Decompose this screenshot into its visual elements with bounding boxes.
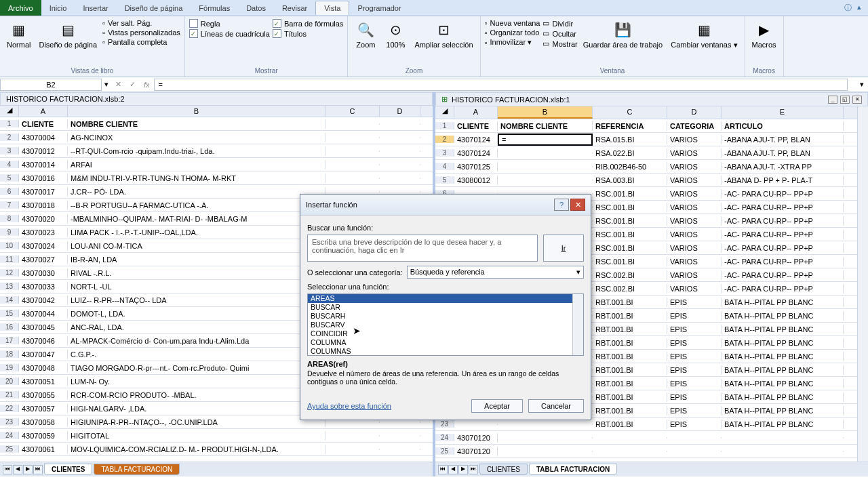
col-header-d[interactable]: D <box>380 106 420 117</box>
select-all-corner[interactable]: ◢ <box>0 106 19 117</box>
new-window-button[interactable]: ▫Nueva ventana <box>485 19 540 27</box>
switch-windows-button[interactable]: ▦Cambiar ventanas ▾ <box>668 18 740 51</box>
page-break-button[interactable]: ▫Ver salt. Pág. <box>102 19 180 27</box>
function-item[interactable]: COLUMNAS <box>308 347 583 356</box>
zoom-100-button[interactable]: ⊙100% <box>382 18 409 50</box>
select-all-corner-2[interactable]: ◢ <box>435 106 454 119</box>
sheet-tab-clientes[interactable]: CLIENTES <box>44 464 92 475</box>
table-row[interactable]: 243070124=RSA.015.BIVARIOS-ABANA AJU-T. … <box>435 133 857 146</box>
sheet-tab-clientes-2[interactable]: CLIENTES <box>479 464 528 475</box>
function-item[interactable]: AREAS <box>308 294 583 303</box>
normal-view-button[interactable]: ▦Normal <box>4 18 33 50</box>
category-label: O seleccionar una categoría: <box>307 268 403 277</box>
pane-minimize-button[interactable]: _ <box>828 96 837 104</box>
save-workspace-button[interactable]: 💾Guardar área de trabajo <box>580 18 665 50</box>
col-header-b2[interactable]: B <box>498 106 593 119</box>
name-box[interactable]: B2 <box>0 79 102 91</box>
vertical-scrollbar[interactable] <box>857 106 868 462</box>
table-row[interactable]: 343070012--RT-QUI-Com-rcio -quipam.Indu-… <box>0 144 433 158</box>
unhide-button[interactable]: ▭Mostrar <box>542 39 577 48</box>
function-item[interactable]: COLUMNA <box>308 338 583 347</box>
sheet-nav-last[interactable]: ⏭ <box>33 465 43 474</box>
table-row[interactable]: 543070016M&M INDU-TRI-V-RTR-TUNG-N THOMA… <box>0 171 433 185</box>
sheet-nav-last-2[interactable]: ⏭ <box>469 465 478 474</box>
sheet-tab-facturacion-2[interactable]: TABLA FACTURACION <box>529 464 617 475</box>
ok-button[interactable]: Aceptar <box>471 399 523 413</box>
formula-input[interactable]: = <box>154 79 848 91</box>
cancel-formula-icon[interactable]: ✕ <box>111 80 125 89</box>
fullscreen-button[interactable]: ▫Pantalla completa <box>102 38 180 46</box>
pane-restore-button[interactable]: ◱ <box>840 96 850 104</box>
col-header-a2[interactable]: A <box>454 106 498 119</box>
table-row[interactable]: 2543070061MOV-LQUIMICA-COM-RCIALIZ.D- M.… <box>0 443 433 456</box>
zoom-button[interactable]: 🔍Zoom <box>352 18 379 50</box>
table-row[interactable]: 543080012RSA.003.BIVARIOS-ABANA D- PP + … <box>435 174 857 187</box>
tab-file[interactable]: Archivo <box>0 0 41 16</box>
function-help-link[interactable]: Ayuda sobre esta función <box>307 402 391 410</box>
split-button[interactable]: ▭Dividir <box>542 19 577 28</box>
sheet-nav-next-2[interactable]: ▶ <box>458 465 468 474</box>
hide-button[interactable]: ▭Ocultar <box>542 29 577 38</box>
sheet-nav-first[interactable]: ⏮ <box>3 465 12 474</box>
tab-insertar[interactable]: Insertar <box>75 1 116 15</box>
help-icon[interactable]: ⓘ <box>844 3 852 13</box>
table-row[interactable]: 243070004AG-NCINOX <box>0 131 433 144</box>
function-list-scrollbar[interactable] <box>572 294 583 355</box>
macros-button[interactable]: ▶Macros <box>749 18 779 50</box>
group-zoom-label: Zoom <box>352 66 475 75</box>
col-header-d2[interactable]: D <box>667 106 722 119</box>
col-header-e2[interactable]: E <box>722 106 844 119</box>
col-header-c[interactable]: C <box>326 106 380 117</box>
gridlines-checkbox[interactable]: ✓ <box>189 29 198 38</box>
insert-function-icon[interactable]: fx <box>140 81 154 89</box>
tab-datos[interactable]: Datos <box>238 1 274 15</box>
table-row[interactable]: 443070125RIB.002B46-50VARIOS-ABANA AJU-T… <box>435 160 857 174</box>
go-button[interactable]: Ir <box>543 235 584 262</box>
function-item[interactable]: BUSCARH <box>308 312 583 321</box>
function-description: Devuelve el número de áreas de una refer… <box>307 369 584 386</box>
arrange-all-button[interactable]: ▫Organizar todo <box>485 28 540 37</box>
category-select[interactable]: Búsqueda y referencia▾ <box>407 266 584 279</box>
sheet-tab-facturacion[interactable]: TABLA FACTURACION <box>94 464 180 475</box>
page-layout-button[interactable]: ▤Diseño de página <box>36 18 100 50</box>
expand-formula-icon[interactable]: ▾ <box>856 80 868 89</box>
custom-views-button[interactable]: ▫Vistas personalizadas <box>102 28 180 37</box>
function-item[interactable]: COINCIDIR <box>308 329 583 338</box>
freeze-panes-button[interactable]: ▫Inmovilizar ▾ <box>485 38 540 47</box>
function-item[interactable]: BUSCARV <box>308 321 583 329</box>
insert-function-dialog: Insertar función ? ✕ Buscar una función:… <box>300 194 591 420</box>
sheet-nav-prev[interactable]: ◀ <box>13 465 22 474</box>
name-box-dropdown-icon[interactable]: ▾ <box>102 80 111 89</box>
zoom-selection-button[interactable]: ⊡Ampliar selección <box>412 18 475 50</box>
sheet-nav-first-2[interactable]: ⏮ <box>438 465 448 474</box>
col-header-c2[interactable]: C <box>593 106 667 119</box>
enter-formula-icon[interactable]: ✓ <box>125 80 140 89</box>
tab-revisar[interactable]: Revisar <box>274 1 315 15</box>
dialog-close-button[interactable]: ✕ <box>570 199 585 211</box>
pane-close-button[interactable]: ✕ <box>852 96 862 104</box>
tab-programador[interactable]: Programador <box>349 1 409 15</box>
tab-inicio[interactable]: Inicio <box>41 1 75 15</box>
table-row[interactable]: 443070014ARFAI <box>0 158 433 171</box>
sheet-nav-next[interactable]: ▶ <box>23 465 33 474</box>
tab-vista[interactable]: Vista <box>315 1 349 15</box>
group-ventana-label: Ventana <box>485 66 741 75</box>
function-item[interactable]: BUSCAR <box>308 303 583 312</box>
sheet-nav-prev-2[interactable]: ◀ <box>448 465 458 474</box>
headings-checkbox[interactable]: ✓ <box>273 29 281 38</box>
table-row[interactable]: 343070124RSA.022.BIVARIOS-ABANA AJU-T. P… <box>435 146 857 160</box>
search-function-input[interactable]: Escriba una breve descripción de lo que … <box>307 235 538 262</box>
formula-bar-checkbox[interactable]: ✓ <box>273 19 281 28</box>
minimize-ribbon-icon[interactable]: ▴ <box>857 3 861 13</box>
table-row[interactable]: 2443070059HIGITOTAL <box>0 429 433 443</box>
tab-formulas[interactable]: Fórmulas <box>191 1 238 15</box>
ruler-checkbox[interactable] <box>189 19 198 28</box>
cancel-button[interactable]: Cancelar <box>528 399 584 413</box>
col-header-b[interactable]: B <box>68 106 326 117</box>
table-row[interactable]: 2543070120 <box>435 445 857 458</box>
col-header-a[interactable]: A <box>19 106 68 117</box>
dialog-help-button[interactable]: ? <box>554 199 569 211</box>
function-list[interactable]: AREASBUSCARBUSCARHBUSCARVCOINCIDIRCOLUMN… <box>307 293 584 356</box>
tab-diseno[interactable]: Diseño de página <box>117 1 191 15</box>
table-row[interactable]: 2443070120 <box>435 431 857 445</box>
